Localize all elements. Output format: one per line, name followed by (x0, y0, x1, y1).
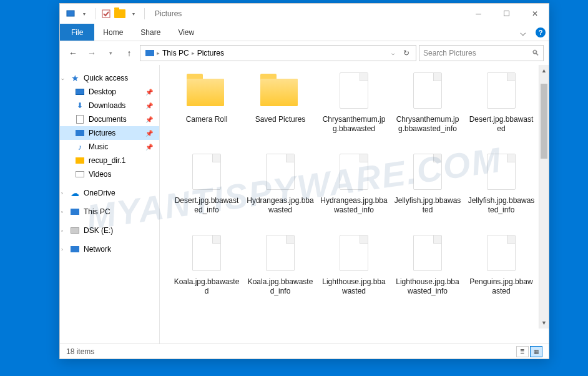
properties-icon[interactable] (65, 8, 76, 19)
expand-icon[interactable]: › (61, 209, 63, 215)
tab-share[interactable]: Share (132, 24, 169, 41)
file-icon (481, 72, 521, 112)
sidebar-item-network[interactable]: ›Network (60, 242, 159, 256)
breadcrumb[interactable]: Pictures (195, 49, 227, 57)
scroll-down-icon[interactable]: ▼ (539, 317, 549, 329)
file-icon (481, 235, 521, 275)
onedrive-icon: ☁ (70, 188, 80, 198)
file-item[interactable]: Koala.jpg.bbawasted (172, 235, 241, 316)
item-label: Koala.jpg.bbawasted_info (247, 277, 314, 296)
file-icon (260, 154, 300, 194)
breadcrumb-icon[interactable] (143, 50, 157, 56)
sidebar-item-downloads[interactable]: ⬇Downloads📌 (60, 99, 159, 112)
sidebar-item-desktop[interactable]: Desktop📌 (60, 85, 159, 99)
sidebar-item-drive[interactable]: ›DSK (E:) (60, 224, 159, 237)
file-item[interactable]: Lighthouse.jpg.bbawasted_info (393, 235, 462, 316)
up-button[interactable]: ↑ (121, 45, 137, 61)
file-item[interactable]: Koala.jpg.bbawasted_info (246, 235, 315, 316)
sidebar-item-music[interactable]: ♪Music📌 (60, 140, 159, 154)
navigation-pane: ⌵★Quick access Desktop📌 ⬇Downloads📌 Docu… (60, 65, 160, 344)
breadcrumb[interactable]: This PC (160, 49, 192, 57)
file-icon (334, 235, 374, 275)
sidebar-item-quick-access[interactable]: ⌵★Quick access (60, 71, 159, 85)
quick-access-toolbar: ▾ ▾ Pictures (60, 8, 182, 19)
network-icon (70, 244, 80, 254)
file-item[interactable]: Jellyfish.jpg.bbawasted_info (467, 154, 536, 235)
pin-icon: 📌 (145, 102, 153, 109)
item-label: Hydrangeas.jpg.bbawasted (247, 196, 314, 215)
details-view-button[interactable]: ≣ (516, 346, 529, 357)
address-dropdown-icon[interactable]: ⌵ (386, 50, 399, 56)
tab-view[interactable]: View (169, 24, 203, 41)
folder-item[interactable]: Saved Pictures (246, 72, 315, 154)
item-label: Penguins.jpg.bbawasted (468, 277, 535, 296)
tab-home[interactable]: Home (94, 24, 132, 41)
svg-rect-0 (67, 11, 74, 16)
sidebar-item-pictures[interactable]: Pictures📌 (60, 126, 159, 140)
file-item[interactable]: Penguins.jpg.bbawasted (467, 235, 536, 316)
refresh-icon[interactable]: ↻ (399, 49, 413, 57)
sidebar-item-onedrive[interactable]: ›☁OneDrive (60, 186, 159, 200)
folder-icon (187, 72, 227, 112)
item-label: Koala.jpg.bbawasted (173, 277, 240, 296)
file-item[interactable]: Desert.jpg.bbawasted (467, 72, 536, 154)
item-label: Saved Pictures (255, 115, 306, 124)
file-item[interactable]: Chrysanthemum.jpg.bbawasted (320, 72, 388, 154)
expand-icon[interactable]: › (61, 190, 63, 196)
expand-icon[interactable]: › (61, 228, 63, 234)
separator (144, 8, 145, 19)
minimize-button[interactable]: ─ (464, 4, 492, 24)
file-item[interactable]: Chrysanthemum.jpg.bbawasted_info (393, 72, 462, 154)
maximize-button[interactable]: ☐ (492, 4, 521, 24)
sidebar-item-documents[interactable]: Documents📌 (60, 112, 159, 126)
qat-dropdown-icon[interactable]: ▾ (128, 8, 139, 19)
file-icon (334, 154, 374, 194)
file-item[interactable]: Jellyfish.jpg.bbawasted (393, 154, 462, 235)
file-tab[interactable]: File (60, 24, 94, 41)
search-input[interactable]: Search Pictures 🔍︎ (419, 45, 544, 61)
file-icon (408, 235, 448, 275)
collapse-icon[interactable]: ⌵ (61, 76, 64, 81)
scroll-up-icon[interactable]: ▲ (539, 65, 549, 76)
content-area: ⌵★Quick access Desktop📌 ⬇Downloads📌 Docu… (60, 65, 549, 344)
help-button[interactable]: ? (532, 24, 549, 41)
file-icon (481, 154, 521, 194)
folder-item[interactable]: Camera Roll (172, 72, 241, 154)
pictures-icon (75, 128, 85, 138)
file-item[interactable]: Hydrangeas.jpg.bbawasted (246, 154, 315, 235)
file-grid[interactable]: Camera RollSaved PicturesChrysanthemum.j… (160, 65, 549, 344)
file-icon (408, 154, 448, 194)
sidebar-item-this-pc[interactable]: ›This PC (60, 205, 159, 219)
sidebar-item-videos[interactable]: Videos (60, 167, 159, 181)
checkbox-icon[interactable] (100, 8, 112, 19)
address-bar[interactable]: ▸ This PC ▸ Pictures ⌵ ↻ (140, 45, 416, 61)
ribbon-collapse-icon[interactable]: ⌵ (514, 24, 532, 41)
file-explorer-window: ▾ ▾ Pictures ─ ☐ ✕ File Home Share View … (59, 3, 549, 359)
folder-icon (114, 8, 125, 19)
forward-button[interactable]: → (84, 45, 100, 61)
thispc-icon (70, 207, 80, 217)
file-item[interactable]: Hydrangeas.jpg.bbawasted_info (320, 154, 388, 235)
expand-icon[interactable]: › (61, 247, 63, 252)
search-icon: 🔍︎ (532, 49, 539, 57)
sidebar-item-recup-dir[interactable]: recup_dir.1 (60, 154, 159, 167)
videos-icon (75, 169, 85, 179)
file-icon (260, 235, 300, 275)
file-item[interactable]: Desert.jpg.bbawasted_info (172, 154, 241, 235)
search-placeholder: Search Pictures (423, 49, 476, 57)
close-button[interactable]: ✕ (521, 4, 549, 24)
back-button[interactable]: ← (65, 45, 81, 61)
file-item[interactable]: Lighthouse.jpg.bbawasted (320, 235, 388, 316)
desktop-icon (75, 87, 85, 97)
vertical-scrollbar[interactable]: ▲ ▼ (539, 65, 549, 329)
window-title: Pictures (155, 9, 182, 18)
scrollbar-thumb[interactable] (541, 84, 547, 159)
star-icon: ★ (70, 73, 80, 83)
file-icon (187, 235, 227, 275)
pin-icon: 📌 (145, 130, 153, 137)
status-item-count: 18 items (66, 347, 94, 356)
recent-locations-button[interactable]: ▾ (102, 45, 119, 61)
qat-dropdown-icon[interactable]: ▾ (79, 8, 90, 19)
documents-icon (75, 114, 85, 124)
icons-view-button[interactable]: ▦ (530, 346, 542, 357)
